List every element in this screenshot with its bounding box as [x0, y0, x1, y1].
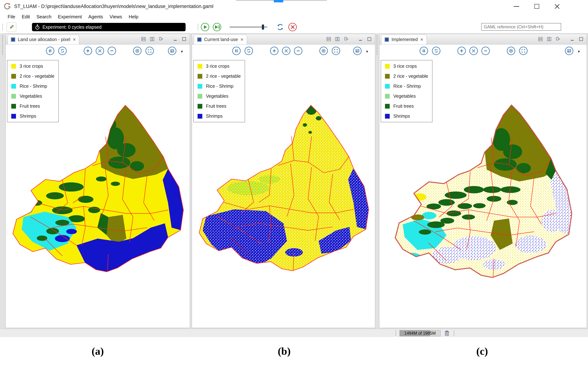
zoom-out-icon — [110, 49, 114, 53]
toolbar-drag-handle[interactable] — [197, 23, 199, 31]
title-bar: ST_LUAM - D:\project\landuseAllocation3h… — [0, 0, 588, 13]
view-drag-handle[interactable] — [376, 35, 378, 55]
snapshot-button[interactable] — [133, 47, 141, 55]
map-area[interactable]: 3 rice crops 2 rice - vegetable Rice - S… — [379, 58, 587, 328]
chevron-down-icon[interactable]: ▾ — [366, 49, 368, 54]
tab-land-use-allocation-pixel[interactable]: Land use allocation - pixel × — [7, 34, 79, 44]
run-garbage-collector-button[interactable] — [443, 330, 450, 337]
status-drag-handle[interactable] — [395, 330, 397, 336]
step-icon — [215, 25, 220, 29]
fullscreen-button[interactable] — [146, 47, 154, 55]
split-horizontal-icon[interactable] — [141, 36, 146, 42]
browse-agents-button[interactable] — [565, 47, 573, 55]
fullscreen-button[interactable] — [519, 47, 527, 55]
zoom-out-button[interactable] — [481, 47, 490, 55]
minimize-view-icon[interactable] — [570, 36, 575, 42]
tab-current-land-use[interactable]: Current land-use × — [194, 34, 247, 44]
menu-agents[interactable]: Agents — [85, 14, 106, 20]
legend-label: 2 rice - vegetable — [393, 74, 428, 79]
zoom-in-icon — [459, 49, 464, 53]
zoom-in-button[interactable] — [457, 47, 466, 55]
panel-header: Land use allocation - pixel × — [6, 34, 190, 44]
step-button[interactable] — [213, 23, 221, 31]
current-land-use-map[interactable] — [196, 104, 371, 279]
pin-view-icon[interactable] — [158, 36, 164, 42]
split-vertical-icon[interactable] — [335, 36, 340, 42]
close-tab-icon[interactable]: × — [420, 37, 423, 42]
minimize-view-icon[interactable] — [358, 36, 363, 42]
split-horizontal-icon[interactable] — [538, 36, 543, 42]
split-vertical-icon[interactable] — [546, 36, 552, 42]
menu-edit[interactable]: Edit — [19, 14, 33, 20]
close-tab-icon[interactable]: × — [73, 37, 76, 42]
map-area[interactable]: 3 rice crops 2 rice - vegetable Rice - S… — [6, 58, 190, 328]
heap-status-button[interactable]: 1494M of 1985M — [399, 330, 441, 336]
map-area[interactable]: 3 rice crops 2 rice - vegetable Rice - S… — [192, 58, 375, 328]
pause-icon — [48, 49, 52, 53]
panel-header: Implemented × — [379, 34, 587, 44]
split-horizontal-icon[interactable] — [326, 36, 331, 42]
maximize-view-icon[interactable] — [181, 36, 187, 42]
stop-experiment-button[interactable] — [288, 23, 297, 31]
zoom-out-icon — [296, 49, 300, 53]
close-window-icon[interactable] — [554, 3, 561, 10]
legend-swatch — [385, 94, 390, 99]
pause-display-button[interactable] — [46, 47, 54, 55]
speed-slider[interactable] — [230, 27, 267, 28]
menu-search[interactable]: Search — [33, 14, 55, 20]
toolbar-drag-handle[interactable] — [2, 23, 3, 31]
sync-display-button[interactable] — [432, 47, 440, 55]
chevron-down-icon[interactable]: ▾ — [578, 49, 580, 54]
trash-icon — [444, 330, 450, 336]
speed-slider-handle[interactable] — [262, 24, 264, 30]
zoom-out-button[interactable] — [294, 47, 302, 55]
status-drag-handle[interactable] — [453, 330, 455, 336]
menu-experiment[interactable]: Experiment — [55, 14, 85, 20]
menu-bar: File Edit Search Experiment Agents Views… — [0, 13, 588, 21]
zoom-in-button[interactable] — [84, 47, 92, 55]
maximize-view-icon[interactable] — [578, 36, 584, 42]
caption-a: (a) — [92, 345, 104, 357]
snapshot-button[interactable] — [319, 47, 328, 55]
menu-views[interactable]: Views — [106, 14, 126, 20]
browse-agents-button[interactable] — [168, 47, 176, 55]
maximize-window-icon[interactable] — [533, 3, 540, 10]
zoom-fit-button[interactable] — [96, 47, 104, 55]
menu-help[interactable]: Help — [125, 14, 141, 20]
sync-display-button[interactable] — [245, 47, 253, 55]
pin-view-icon[interactable] — [343, 36, 349, 42]
edit-model-button[interactable] — [7, 22, 16, 32]
minimize-window-icon[interactable] — [513, 3, 520, 10]
play-button[interactable] — [201, 23, 209, 31]
pin-view-icon[interactable] — [555, 36, 561, 42]
zoom-in-button[interactable] — [270, 47, 278, 55]
sync-display-button[interactable] — [58, 47, 67, 55]
legend-label: Shrimps — [20, 114, 36, 119]
implemented-map[interactable] — [384, 104, 583, 279]
land-use-allocation-map[interactable] — [9, 104, 186, 279]
pause-display-button[interactable] — [420, 47, 428, 55]
maximize-view-icon[interactable] — [367, 36, 372, 42]
zoom-fit-button[interactable] — [282, 47, 290, 55]
fullscreen-button[interactable] — [332, 47, 340, 55]
zoom-fit-icon — [472, 49, 476, 53]
menu-file[interactable]: File — [4, 14, 19, 20]
close-tab-icon[interactable]: × — [241, 37, 243, 42]
view-drag-handle[interactable] — [2, 35, 3, 55]
pause-display-button[interactable] — [232, 47, 241, 55]
chevron-down-icon[interactable]: ▾ — [181, 49, 183, 54]
legend-label: Fruit trees — [393, 104, 414, 109]
reload-experiment-button[interactable] — [276, 23, 284, 31]
map-legend: 3 rice crops 2 rice - vegetable Rice - S… — [193, 60, 245, 122]
browse-agents-button[interactable] — [353, 47, 362, 55]
stopwatch-icon — [35, 24, 40, 30]
minimize-view-icon[interactable] — [173, 36, 178, 42]
zoom-fit-button[interactable] — [469, 47, 478, 55]
split-vertical-icon[interactable] — [149, 36, 155, 42]
gaml-reference-search-input[interactable] — [481, 23, 561, 31]
snapshot-button[interactable] — [507, 47, 515, 55]
sync-icon — [434, 49, 438, 53]
display-view-icon — [197, 37, 201, 42]
zoom-out-button[interactable] — [108, 47, 116, 55]
tab-implemented[interactable]: Implemented × — [381, 34, 427, 44]
